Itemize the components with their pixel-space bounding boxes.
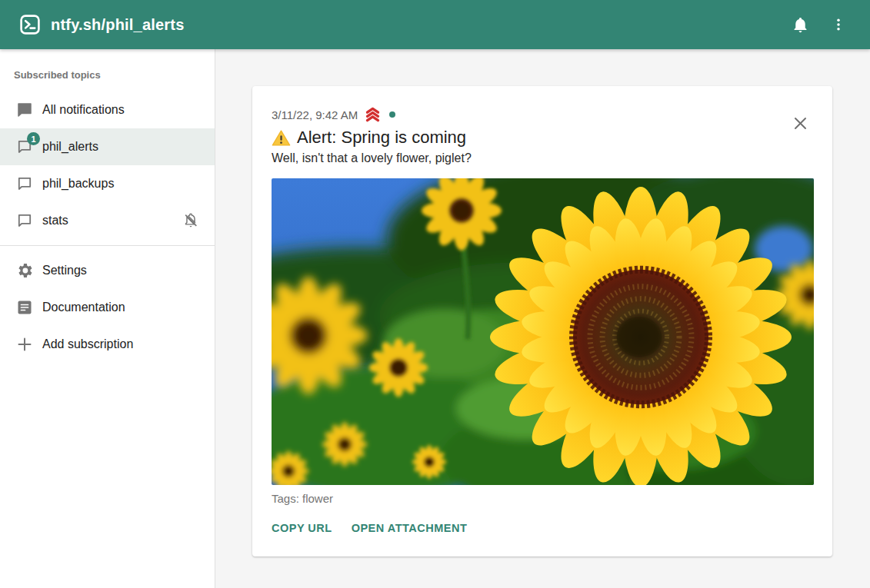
close-notification-button[interactable] xyxy=(786,109,814,137)
open-attachment-button[interactable]: OPEN ATTACHMENT xyxy=(352,515,468,541)
unread-count-badge: 1 xyxy=(27,132,40,145)
sidebar-item-add-subscription[interactable]: Add subscription xyxy=(0,326,215,363)
priority-max-icon xyxy=(364,106,382,123)
sidebar-item-stats[interactable]: stats xyxy=(0,202,215,239)
app-bar: ntfy.sh/phil_alerts xyxy=(0,0,870,49)
notification-title: Alert: Spring is coming xyxy=(297,128,466,148)
chat-outline-icon xyxy=(15,211,34,230)
sidebar-item-label: Add subscription xyxy=(42,337,133,351)
sidebar-item-label: All notifications xyxy=(42,103,125,117)
chat-filled-icon xyxy=(15,101,34,119)
green-dot xyxy=(389,111,395,118)
page-title: ntfy.sh/phil_alerts xyxy=(51,16,184,34)
notification-body: Well, isn't that a lovely flower, piglet… xyxy=(272,151,814,165)
sidebar-item-label: phil_alerts xyxy=(42,140,98,154)
sidebar-item-phil-backups[interactable]: phil_backups xyxy=(0,165,215,202)
sidebar-item-label: stats xyxy=(42,214,68,228)
notification-meta-row: 3/11/22, 9:42 AM xyxy=(272,106,814,123)
sidebar-divider xyxy=(0,245,215,246)
bell-off-icon xyxy=(182,212,199,229)
document-icon xyxy=(15,298,34,317)
chat-outline-icon: 1 xyxy=(15,138,34,156)
overflow-menu-button[interactable] xyxy=(822,8,855,41)
gear-icon xyxy=(15,261,34,280)
terminal-logo-icon xyxy=(20,15,40,35)
plus-icon xyxy=(15,335,34,354)
sidebar-item-label: Settings xyxy=(42,264,87,277)
kebab-menu-icon xyxy=(831,17,846,32)
sidebar-item-settings[interactable]: Settings xyxy=(0,252,215,289)
sidebar: Subscribed topics All notifications 1 ph… xyxy=(0,49,215,588)
close-icon xyxy=(793,116,808,131)
chat-outline-icon xyxy=(15,174,34,193)
copy-url-button[interactable]: COPY URL xyxy=(272,515,332,541)
sidebar-item-all-notifications[interactable]: All notifications xyxy=(0,91,215,128)
attachment-image[interactable] xyxy=(272,178,814,485)
notifications-mute-button[interactable] xyxy=(784,8,816,41)
notification-timestamp: 3/11/22, 9:42 AM xyxy=(272,108,358,121)
sidebar-item-label: phil_backups xyxy=(42,177,114,191)
warning-icon xyxy=(272,129,291,147)
sidebar-item-documentation[interactable]: Documentation xyxy=(0,289,215,326)
notification-actions: COPY URL OPEN ATTACHMENT xyxy=(272,515,814,541)
sidebar-item-label: Documentation xyxy=(42,301,125,314)
subscribed-topics-label: Subscribed topics xyxy=(0,49,215,91)
notification-title-row: Alert: Spring is coming xyxy=(272,128,814,148)
notification-tags: Tags: flower xyxy=(272,492,814,505)
bell-icon xyxy=(792,16,809,34)
notification-card: 3/11/22, 9:42 AM Alert: Spring is coming… xyxy=(252,86,832,556)
main-content: 3/11/22, 9:42 AM Alert: Spring is coming… xyxy=(215,49,870,588)
sidebar-item-phil-alerts[interactable]: 1 phil_alerts xyxy=(0,128,215,165)
